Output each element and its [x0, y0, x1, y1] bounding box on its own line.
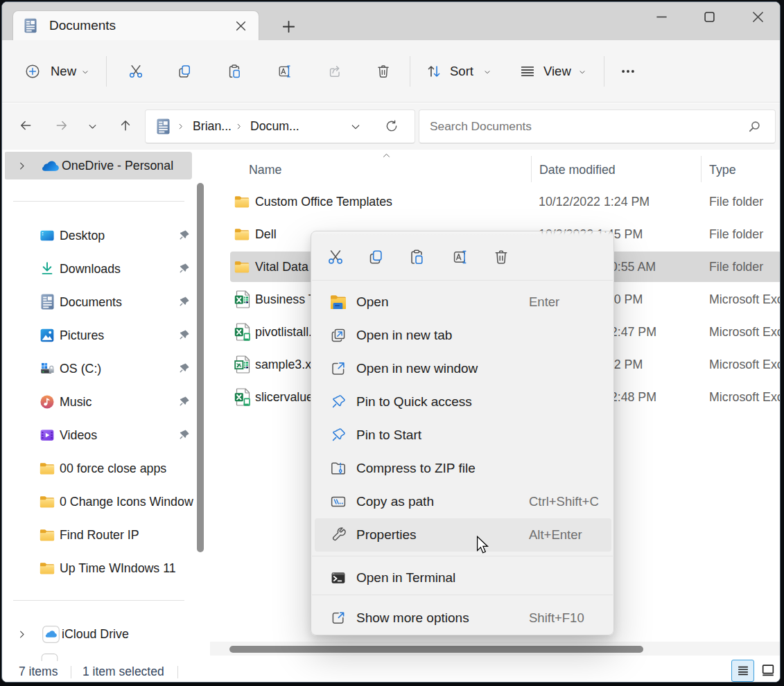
- details-view-icon: [735, 663, 751, 678]
- details-view-button[interactable]: [731, 660, 754, 682]
- close-tab-icon[interactable]: [235, 20, 247, 32]
- column-header-date[interactable]: Date modified: [539, 154, 616, 186]
- pictures-icon: [40, 328, 55, 343]
- documents-icon: [157, 118, 170, 134]
- file-type: Microsoft Excel Worksheet: [709, 316, 781, 348]
- menu-item-open-terminal[interactable]: Open in Terminal: [311, 561, 613, 595]
- menu-item-label: Open in new tab: [356, 319, 452, 352]
- horizontal-scrollbar-thumb[interactable]: [229, 646, 643, 653]
- sidebar-item-downloads[interactable]: Downloads: [5, 255, 192, 283]
- file-date: 10/12/2022 1:24 PM: [539, 186, 650, 218]
- new-icon[interactable]: [25, 64, 40, 79]
- excel-page-icon: [234, 323, 251, 341]
- menu-item-shortcut: Shift+F10: [529, 601, 584, 635]
- address-dropdown-icon[interactable]: [350, 121, 361, 132]
- sidebar-item-folder[interactable]: 00 force close apps: [5, 455, 192, 482]
- tab-bar: Documents: [2, 2, 781, 40]
- menu-item-label: Pin to Quick access: [356, 385, 472, 419]
- breadcrumb-item[interactable]: Docum...: [250, 110, 299, 143]
- share-icon[interactable]: [327, 64, 342, 79]
- history-chevron-icon[interactable]: [87, 121, 98, 132]
- context-menu: Open Enter Open in new tab Open in new w…: [311, 231, 614, 635]
- drive-icon: [40, 361, 55, 376]
- sidebar-item-os-c[interactable]: OS (C:): [5, 355, 192, 382]
- menu-item-properties[interactable]: Properties Alt+Enter: [315, 518, 611, 552]
- icloud-icon: [42, 626, 60, 643]
- sidebar-item-folder[interactable]: 0 Change Icons Window: [5, 488, 192, 516]
- copy-button[interactable]: [360, 242, 391, 272]
- column-header-type[interactable]: Type: [709, 154, 736, 186]
- breadcrumb-item[interactable]: Brian...: [193, 110, 232, 143]
- chevron-right-icon[interactable]: [17, 629, 27, 640]
- new-button[interactable]: New: [51, 40, 76, 103]
- menu-item-open-new-tab[interactable]: Open in new tab: [311, 319, 613, 352]
- navigation-bar: Brian... Docum...: [5, 103, 781, 150]
- paste-button[interactable]: [401, 242, 432, 272]
- view-icon[interactable]: [520, 64, 535, 79]
- magnifier-icon: [748, 120, 761, 133]
- copy-icon[interactable]: [177, 64, 192, 79]
- file-name: Vital Data: [255, 251, 308, 283]
- excel-icon: [234, 290, 251, 308]
- sort-icon[interactable]: [426, 64, 442, 79]
- column-header-name[interactable]: Name: [249, 154, 281, 186]
- navigation-pane: OneDrive - Personal Desktop Downloads Do…: [5, 150, 207, 661]
- maximize-button[interactable]: [703, 10, 716, 24]
- paste-icon[interactable]: [227, 64, 242, 79]
- sidebar-item-icloud[interactable]: iCloud Drive: [5, 620, 192, 648]
- sidebar-item-documents[interactable]: Documents: [5, 288, 192, 316]
- mouse-cursor: [475, 536, 489, 557]
- search-box[interactable]: [419, 109, 776, 143]
- paste-icon: [408, 249, 425, 265]
- delete-button[interactable]: [486, 242, 516, 272]
- cut-button[interactable]: [320, 242, 351, 272]
- menu-item-pin-quick-access[interactable]: Pin to Quick access: [311, 385, 613, 419]
- cut-icon: [327, 249, 344, 265]
- pin-icon: [178, 263, 190, 274]
- minimize-button[interactable]: [655, 10, 668, 24]
- refresh-icon[interactable]: [385, 119, 399, 133]
- onedrive-icon: [42, 160, 60, 172]
- file-type: File folder: [709, 218, 763, 250]
- sidebar-item-folder[interactable]: Find Router IP: [5, 521, 192, 549]
- ellipsis-icon[interactable]: [620, 64, 636, 79]
- close-window-button[interactable]: [751, 10, 765, 24]
- rename-icon[interactable]: [277, 64, 292, 79]
- sidebar-item-desktop[interactable]: Desktop: [5, 222, 192, 249]
- chevron-down-icon: [81, 68, 89, 76]
- file-row[interactable]: Custom Office Templates 10/12/2022 1:24 …: [210, 186, 781, 218]
- menu-item-shortcut: Ctrl+Shift+C: [529, 485, 599, 518]
- menu-item-open[interactable]: Open Enter: [311, 285, 613, 319]
- sidebar-item-label: 0 Change Icons Window: [60, 488, 193, 516]
- menu-item-copy-as-path[interactable]: Copy as path Ctrl+Shift+C: [311, 485, 613, 518]
- menu-item-pin-start[interactable]: Pin to Start: [311, 419, 613, 452]
- cut-icon[interactable]: [128, 64, 143, 79]
- sidebar-item-label: Downloads: [60, 255, 121, 283]
- delete-icon[interactable]: [376, 64, 391, 79]
- sort-ascending-icon[interactable]: [381, 150, 392, 161]
- address-bar[interactable]: Brian... Docum...: [145, 109, 415, 143]
- forward-icon[interactable]: [55, 118, 69, 132]
- rename-button[interactable]: [444, 242, 475, 272]
- sort-button[interactable]: Sort: [450, 40, 473, 103]
- sidebar-item-videos[interactable]: Videos: [5, 421, 192, 449]
- view-button[interactable]: View: [543, 40, 571, 103]
- zip-icon: [330, 460, 347, 477]
- sidebar-scrollbar[interactable]: [197, 183, 204, 552]
- search-input[interactable]: [430, 110, 735, 143]
- menu-item-compress-zip[interactable]: Compress to ZIP file: [311, 452, 613, 485]
- sidebar-item-folder[interactable]: Up Time WIndows 11: [5, 554, 192, 582]
- tab-documents[interactable]: Documents: [12, 10, 259, 40]
- sidebar-item-pictures[interactable]: Pictures: [5, 322, 192, 349]
- folder-icon: [234, 261, 250, 273]
- menu-item-show-more[interactable]: Show more options Shift+F10: [311, 601, 613, 635]
- new-tab-button[interactable]: [282, 20, 295, 33]
- breadcrumb-chevron-icon: [176, 122, 185, 131]
- large-view-button[interactable]: [757, 660, 780, 682]
- menu-item-open-new-window[interactable]: Open in new window: [311, 352, 613, 385]
- chevron-right-icon[interactable]: [17, 161, 27, 171]
- back-icon[interactable]: [19, 118, 33, 132]
- sidebar-item-onedrive[interactable]: OneDrive - Personal: [5, 152, 192, 179]
- sidebar-item-music[interactable]: Music: [5, 388, 192, 416]
- up-icon[interactable]: [119, 118, 132, 132]
